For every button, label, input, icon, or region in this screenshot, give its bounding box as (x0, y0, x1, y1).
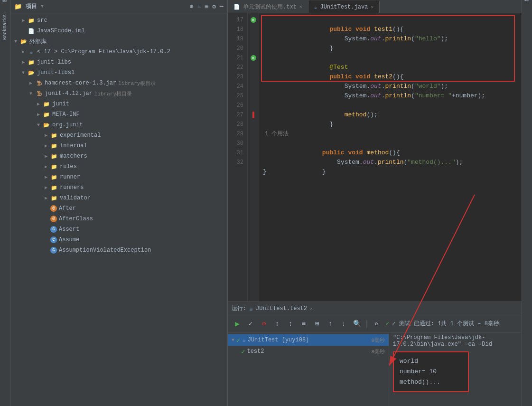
tree-item-assumptionviolated[interactable]: C AssumptionViolatedException (10, 245, 227, 255)
gutter-18 (248, 25, 259, 34)
project-title: 项目 (26, 2, 37, 10)
run-icon-17[interactable]: ▶ (251, 17, 256, 23)
library-text: library根目录 (94, 90, 132, 97)
tab-txt[interactable]: 📄 单元测试的使用.txt ✕ (228, 0, 308, 13)
output-line-1: world (400, 356, 462, 367)
run-tree-item-test2[interactable]: ✓ test2 8毫秒 (228, 346, 389, 357)
tree-item-assume[interactable]: C Assume (10, 235, 227, 245)
tree-item-runners[interactable]: ▶ 📁 runners (10, 182, 227, 193)
tree-item-experimental[interactable]: ▶ 📁 experimental (10, 130, 227, 141)
tree-item-rules[interactable]: ▶ 📁 rules (10, 161, 227, 172)
tab-close-txt[interactable]: ✕ (299, 4, 302, 9)
tree-item-src[interactable]: ▶ 📁 src (10, 15, 227, 26)
package-icon: 📂 (43, 121, 50, 129)
sdk-icon: ☕ (28, 48, 35, 56)
tree-label: JavaSEcode.iml (37, 28, 85, 34)
tree-item-junit412[interactable]: ▼ 🗜 junit-4.12.jar library根目录 (10, 88, 227, 99)
tree-label: After (59, 205, 76, 212)
run-status-text: ✓ 测试 已通过: 1共 1 个测试 – 8毫秒 (392, 320, 499, 328)
run-tab-label[interactable]: JUnitTest.test2 (256, 305, 307, 312)
annotation-badge: @ (50, 205, 57, 212)
run-panel: 运行: ☕ JUnitTest.test2 ✕ ▶ ✓ ⊘ ↕ ↕ ≡ ⊞ ↑ … (228, 302, 522, 406)
code-line-30: System.out.println("method()..."); (263, 148, 518, 158)
code-content[interactable]: public void test1(){ System.out.println(… (259, 13, 522, 302)
tree-item-junit[interactable]: ▶ 📁 junit (10, 99, 227, 109)
arrow-icon: ▼ (14, 39, 20, 44)
sidebar-tab-project[interactable]: 项目 (0, 2, 10, 9)
run-tab-close[interactable]: ✕ (310, 306, 313, 312)
tree-item-afterclass[interactable]: @ AfterClass (10, 214, 227, 224)
minimize-icon[interactable]: — (220, 3, 224, 10)
arrow-icon: ▶ (45, 132, 50, 138)
scroll-down-button[interactable]: ↓ (338, 318, 349, 330)
play-button[interactable]: ▶ (232, 318, 243, 330)
run-tree-item-main[interactable]: ▼ ✓ ☕ JUnitTest (yuyi08) 8毫秒 (228, 334, 389, 346)
java-icon: ☕ (242, 337, 245, 344)
toolbar-separator (366, 320, 367, 328)
arrow-icon: ▶ (37, 101, 43, 107)
gutter-32 (248, 158, 259, 167)
class-badge: C (50, 226, 57, 233)
rerun-button[interactable]: ↕ (271, 318, 283, 330)
arrow-icon: ▶ (22, 18, 28, 23)
layout-icon[interactable]: ≡ (197, 3, 201, 10)
sidebar-tab-structure[interactable]: 结构 (522, 2, 532, 9)
sidebar-tab-bookmarks[interactable]: Bookmarks (1, 10, 9, 44)
run-icon-21[interactable]: ▶ (251, 55, 256, 61)
sync-icon[interactable]: ⊕ (190, 3, 194, 10)
tree-item-junit-libs1[interactable]: ▼ 📂 junit-libs1 (10, 67, 227, 78)
line-num-18: 18 (234, 25, 243, 34)
line-num-17: 17 (234, 15, 243, 25)
tree-item-runner[interactable]: ▶ 📁 runner (10, 172, 227, 182)
layout1-button[interactable]: ≡ (298, 318, 309, 330)
folder-icon: 📁 (43, 111, 50, 118)
tree-item-assert[interactable]: C Assert (10, 224, 227, 235)
annotation-badge: @ (50, 216, 57, 222)
tree-item-junit-libs[interactable]: ▶ 📁 junit-libs (10, 57, 227, 67)
tree-label: AssumptionViolatedException (59, 247, 151, 254)
line-num-29: 29 (234, 129, 243, 139)
tab-close-java[interactable]: ✕ (371, 4, 373, 10)
tree-item-jdk17[interactable]: ▶ ☕ < 17 > C:\Program Files\Java\jdk-17.… (10, 47, 227, 57)
tree-item-validator[interactable]: ▶ 📁 validator (10, 193, 227, 203)
arrow-icon: ▶ (45, 174, 50, 180)
arrow-icon: ▼ (37, 123, 43, 128)
tree-item-hamcrest[interactable]: ▶ 🗜 hamcrest-core-1.3.jar library根目录 (10, 78, 227, 88)
code-line-26: method(); (263, 101, 518, 110)
tab-java[interactable]: ☕ JUnitTest.java ✕ (308, 0, 380, 13)
tree-item-iml[interactable]: 📄 JavaSEcode.iml (10, 26, 227, 36)
code-line-27: } (263, 110, 518, 120)
folder-icon: 📂 (28, 69, 35, 76)
arrow-icon: ▶ (45, 164, 50, 170)
code-editor: 17 18 19 20 21 22 23 24 25 26 27 28 29 3… (228, 13, 522, 302)
stop-button[interactable]: ⊘ (258, 318, 270, 330)
code-line-19: } (263, 34, 518, 44)
check-button[interactable]: ✓ (245, 318, 256, 330)
time-badge-main: 8毫秒 (371, 337, 385, 344)
output-line-2: number= 10 (400, 367, 462, 377)
folder-icon: 📁 (28, 17, 35, 24)
code-line-18: System.out.println("hello"); (263, 25, 518, 34)
tree-label: rules (60, 163, 77, 170)
arrow-icon: ▼ (29, 91, 35, 96)
line-num-19: 19 (234, 34, 243, 44)
layout2-button[interactable]: ⊞ (311, 318, 323, 330)
search-button[interactable]: 🔍 (351, 318, 363, 330)
rerun-failed-button[interactable]: ↕ (285, 318, 296, 330)
gear-icon[interactable]: ⚙ (212, 3, 216, 10)
tree-item-matchers[interactable]: ▶ 📁 matchers (10, 151, 227, 161)
gutter-23 (248, 72, 259, 82)
line-num-21: 21 (234, 53, 243, 63)
tree-item-meta-inf[interactable]: ▶ 📁 META-INF (10, 109, 227, 120)
split-icon[interactable]: ⊞ (205, 3, 209, 10)
code-line-31: } (263, 158, 518, 167)
arrow-icon: ▶ (45, 153, 50, 159)
tree-item-external-libs[interactable]: ▼ 📂 外部库 (10, 36, 227, 47)
tree-item-org-junit[interactable]: ▼ 📂 org.junit (10, 120, 227, 130)
tree-item-internal[interactable]: ▶ 📁 internal (10, 141, 227, 151)
check-icon: ✓ (236, 336, 240, 344)
more-button[interactable]: » (371, 318, 382, 330)
scroll-button[interactable]: ↑ (325, 318, 336, 330)
package-icon: 📁 (50, 142, 58, 150)
tree-item-after[interactable]: @ After (10, 203, 227, 214)
